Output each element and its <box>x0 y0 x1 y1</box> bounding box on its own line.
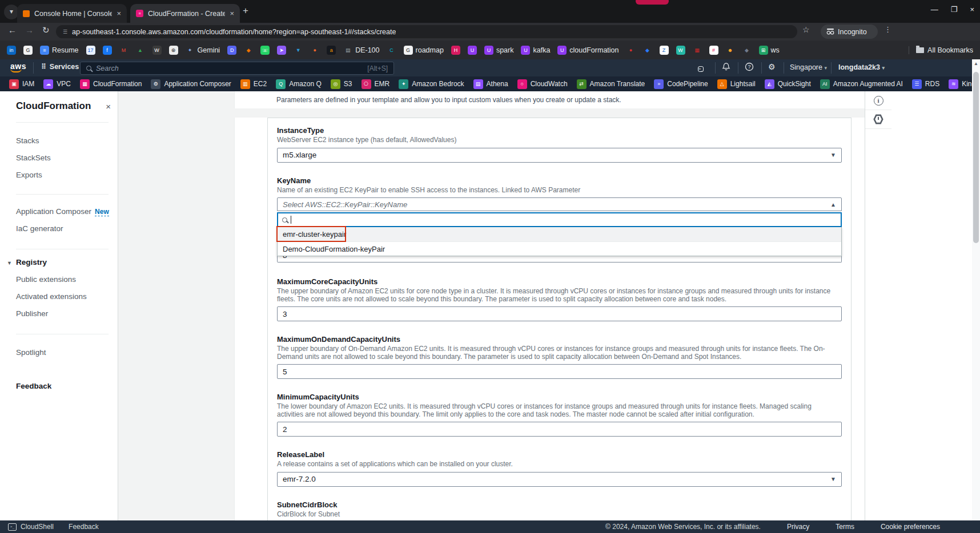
browser-tab-cloudformation[interactable]: ≡ CloudFormation - Create × <box>130 4 240 23</box>
footer-cookie-preferences-link[interactable]: Cookie preferences <box>881 523 940 531</box>
site-settings-icon[interactable]: ☰ <box>63 29 67 35</box>
aws-logo[interactable]: aws <box>10 62 26 72</box>
new-tab-button[interactable]: + <box>243 5 248 17</box>
favorite-service-link[interactable]: AI Amazon Augmented AI <box>820 79 903 89</box>
forward-button[interactable]: → <box>25 25 34 35</box>
bookmark-item[interactable]: ▼ <box>294 46 303 55</box>
key-name-select[interactable]: Select AWS::EC2::KeyPair::KeyName ▲ <box>277 197 842 211</box>
footer-cloudshell-button[interactable]: >_ CloudShell <box>8 523 54 531</box>
bookmark-item[interactable]: ⊛ <box>169 46 178 55</box>
cloudshell-icon[interactable]: >_ <box>698 63 704 72</box>
favorite-service-link[interactable]: ▤ Athena <box>473 79 508 89</box>
sidebar-feedback-link[interactable]: Feedback <box>16 382 118 390</box>
bookmark-item[interactable]: ● <box>310 46 319 55</box>
bookmark-item[interactable]: ≡ Resume <box>40 46 79 55</box>
bookmark-item[interactable]: ▤ DE-100 <box>343 46 379 55</box>
sidebar-item-spotlight[interactable]: Spotlight <box>16 348 118 357</box>
window-minimize-button[interactable]: — <box>931 5 938 14</box>
sidebar-close-icon[interactable]: × <box>106 102 111 111</box>
back-button[interactable]: ← <box>8 25 17 35</box>
bookmark-item[interactable]: U spark <box>484 46 514 55</box>
bookmark-item[interactable]: in <box>7 46 16 55</box>
min-capacity-input[interactable] <box>277 422 842 437</box>
bookmark-item[interactable]: 17 <box>86 46 95 55</box>
favorite-service-link[interactable]: △ Lightsail <box>717 79 756 89</box>
scroll-up-arrow[interactable]: ▲ <box>972 59 980 66</box>
bookmark-star-icon[interactable]: ☆ <box>802 25 810 34</box>
sidebar-item-stacks[interactable]: Stacks <box>16 136 118 145</box>
sidebar-item-application-composer[interactable]: Application ComposerNew <box>16 207 118 216</box>
max-core-capacity-input[interactable] <box>277 306 842 321</box>
sidebar-section-registry[interactable]: ▼Registry <box>7 258 118 266</box>
favorite-service-link[interactable]: ○ CloudWatch <box>517 79 568 89</box>
instance-type-select[interactable]: m5.xlarge ▼ <box>277 148 842 163</box>
favorite-service-link[interactable]: ⇄ Amazon Translate <box>577 79 645 89</box>
sidebar-item-public-extensions[interactable]: Public extensions <box>16 275 118 284</box>
bookmark-item[interactable]: H <box>451 46 460 55</box>
tab-close-icon[interactable]: × <box>230 9 234 18</box>
aws-search-input[interactable]: Search [Alt+S] <box>80 62 394 75</box>
bookmark-item[interactable]: ▦ <box>693 46 702 55</box>
favorite-service-link[interactable]: ▥ EC2 <box>240 79 267 89</box>
window-maximize-button[interactable]: ❐ <box>951 5 958 14</box>
reload-button[interactable]: ↻ <box>42 25 50 35</box>
all-bookmarks-button[interactable]: All Bookmarks <box>909 46 973 54</box>
release-label-select[interactable]: emr-7.2.0 ▼ <box>277 472 842 487</box>
info-panel-button[interactable]: i <box>865 91 891 110</box>
sidebar-item-publisher[interactable]: Publisher <box>16 309 118 318</box>
address-bar[interactable]: ☰ ap-southeast-1.console.aws.amazon.com/… <box>56 25 797 38</box>
bookmark-item[interactable]: ➤ <box>277 46 286 55</box>
bookmark-item[interactable]: U <box>468 46 477 55</box>
sidebar-item-exports[interactable]: Exports <box>16 171 118 179</box>
bookmark-item[interactable]: ● <box>626 46 636 55</box>
bookmark-item[interactable]: ☏ <box>260 46 270 55</box>
bookmark-item[interactable]: ▲ <box>136 46 145 55</box>
settings-gear-icon[interactable]: ⚙ <box>768 62 776 71</box>
bookmark-item[interactable]: ◆ <box>742 46 752 55</box>
sidebar-item-iac-generator[interactable]: IaC generator <box>16 224 118 233</box>
favorite-service-link[interactable]: » CodePipeline <box>654 79 708 89</box>
browser-menu-icon[interactable]: ⋮ <box>884 25 891 34</box>
max-ondemand-capacity-input[interactable] <box>277 364 842 379</box>
favorite-service-link[interactable]: ✦ Amazon Bedrock <box>399 79 464 89</box>
footer-terms-link[interactable]: Terms <box>836 523 854 531</box>
region-selector[interactable]: Singapore ▾ <box>790 63 827 71</box>
bookmark-item[interactable]: G roadmap <box>404 46 444 55</box>
bookmark-item[interactable]: W <box>676 46 685 55</box>
bookmark-item[interactable]: U cloudFormation <box>557 46 618 55</box>
sidebar-item-stacksets[interactable]: StackSets <box>16 154 118 162</box>
bookmark-item[interactable]: M <box>119 46 128 55</box>
dropdown-option-emr-cluster-keypair[interactable]: emr-cluster-keypair <box>278 227 841 241</box>
browser-tab-console-home[interactable]: Console Home | Console × <box>17 4 127 23</box>
url-text[interactable]: ap-southeast-1.console.aws.amazon.com/cl… <box>72 28 396 36</box>
scrollbar-thumb[interactable] <box>973 72 979 243</box>
favorite-service-link[interactable]: Q Amazon Q <box>276 79 322 89</box>
footer-privacy-link[interactable]: Privacy <box>787 523 809 531</box>
bookmark-item[interactable]: W <box>152 46 162 55</box>
favorite-service-link[interactable]: ▣ IAM <box>9 79 34 89</box>
sidebar-item-activated-extensions[interactable]: Activated extensions <box>16 292 118 301</box>
bookmark-item[interactable]: G <box>23 46 33 55</box>
page-scrollbar[interactable]: ▲ <box>972 59 980 525</box>
bookmark-item[interactable]: ☻ <box>726 46 735 55</box>
favorite-service-link[interactable]: ☁ VPC <box>43 79 71 89</box>
favorite-service-link[interactable]: ▦ CloudFormation <box>80 79 142 89</box>
favorite-service-link[interactable]: ◎ S3 <box>331 79 352 89</box>
tab-close-icon[interactable]: × <box>117 9 121 18</box>
bookmark-item[interactable]: ✦ Gemini <box>186 46 220 55</box>
bookmark-item[interactable]: # <box>709 46 718 55</box>
dropdown-option-demo-cloudformation-keypair[interactable]: Demo-CloudFormation-keyPair <box>278 241 841 256</box>
footer-feedback-button[interactable]: Feedback <box>69 523 99 531</box>
favorite-service-link[interactable]: ☰ RDS <box>912 79 939 89</box>
bookmark-item[interactable]: U kafka <box>521 46 550 55</box>
bookmark-item[interactable]: ◆ <box>244 46 253 55</box>
bookmark-item[interactable]: D <box>227 46 236 55</box>
key-name-search-input[interactable] <box>277 212 842 227</box>
notifications-bell-icon[interactable] <box>722 62 730 73</box>
window-close-button[interactable]: × <box>970 5 974 14</box>
resource-panel-button[interactable] <box>865 110 891 129</box>
account-menu[interactable]: longdata2k3 ▾ <box>838 63 885 71</box>
bookmark-item[interactable]: f <box>103 46 112 55</box>
bookmark-item[interactable]: ◆ <box>643 46 652 55</box>
bookmark-item[interactable]: a <box>327 46 336 55</box>
